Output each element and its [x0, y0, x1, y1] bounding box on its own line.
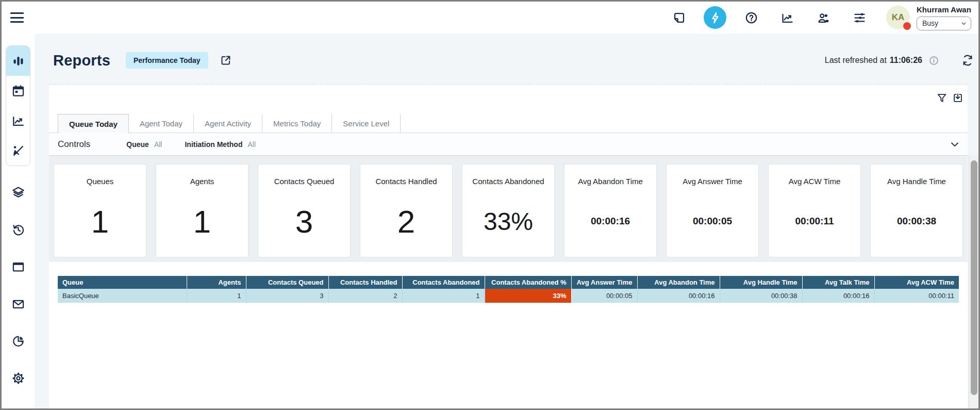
preferences-button[interactable] [848, 6, 871, 29]
main-area: Reports Performance Today Last refreshed… [2, 34, 978, 408]
kpi-label: Avg ACW Time [789, 177, 841, 186]
kpi-label: Contacts Handled [375, 177, 437, 186]
kpi-value: 1 [91, 186, 109, 257]
info-icon [928, 55, 939, 66]
scrollbar-thumb[interactable] [971, 160, 977, 395]
sidebar-item-layers[interactable] [11, 186, 25, 200]
col-header-queue: Queue [58, 276, 187, 289]
kpi-card-contacts-queued: Contacts Queued 3 [258, 164, 351, 257]
topbar-actions: KA Khurram Awan Busy [668, 5, 971, 30]
sidebar [2, 34, 35, 408]
kpi-value: 00:00:05 [693, 186, 732, 257]
avatar[interactable]: KA [886, 6, 910, 29]
vertical-scrollbar[interactable] [969, 155, 978, 408]
cell-avg-talk-time: 00:00:16 [802, 289, 874, 303]
filter-name: Queue [126, 140, 149, 149]
content-area: Reports Performance Today Last refreshed… [35, 34, 978, 408]
mail-icon [11, 297, 25, 311]
kpi-card-queues: Queues 1 [54, 164, 146, 257]
queue-metrics-table-wrap: Queue Agents Contacts Queued Contacts Ha… [49, 262, 968, 303]
user-name: Khurram Awan [917, 5, 971, 14]
cell-contacts-handled: 2 [328, 289, 402, 303]
refresh-area: Last refreshed at 11:06:26 [825, 54, 974, 67]
kpi-value: 1 [193, 186, 211, 257]
tab-service-level[interactable]: Service Level [332, 114, 401, 133]
table-row[interactable]: BasicQueue 1 3 2 1 33% 00:00:05 00:00:16… [58, 289, 959, 303]
kpi-card-agents: Agents 1 [156, 164, 248, 257]
col-header-avg-acw-time: Avg ACW Time [874, 276, 959, 289]
kpi-card-avg-handle-time: Avg Handle Time 00:00:38 [870, 164, 963, 257]
funnel-icon [936, 92, 948, 104]
sidebar-item-reports[interactable] [6, 46, 30, 76]
cell-avg-acw-time: 00:00:11 [874, 289, 959, 303]
col-header-contacts-abandoned: Contacts Abandoned [402, 276, 485, 289]
cell-avg-answer-time: 00:00:05 [571, 289, 637, 303]
bar-chart-icon [11, 54, 25, 68]
cell-contacts-abandoned-pct: 33% [485, 289, 571, 303]
col-header-contacts-abandoned-pct: Contacts Abandoned % [485, 276, 571, 289]
filter-value: All [154, 140, 162, 149]
tab-agent-activity[interactable]: Agent Activity [194, 114, 262, 133]
tab-metrics-today[interactable]: Metrics Today [262, 114, 332, 133]
status-dropdown[interactable]: Busy [917, 17, 971, 30]
cell-contacts-abandoned: 1 [402, 289, 485, 303]
sliders-icon [853, 11, 867, 25]
collapse-controls-button[interactable] [949, 139, 960, 150]
paintbrush-pen-icon [11, 144, 25, 158]
sidebar-secondary [11, 186, 25, 385]
tab-queue-today[interactable]: Queue Today [58, 114, 129, 133]
col-header-contacts-queued: Contacts Queued [246, 276, 328, 289]
initiation-method-filter[interactable]: Initiation Method All [185, 140, 256, 149]
calendar-icon [11, 84, 25, 98]
col-header-contacts-handled: Contacts Handled [328, 276, 402, 289]
filter-name: Initiation Method [185, 140, 242, 149]
notes-button[interactable] [668, 6, 690, 29]
help-button[interactable] [740, 6, 762, 29]
sidebar-item-history[interactable] [11, 223, 25, 237]
cell-contacts-queued: 3 [246, 289, 328, 303]
filter-button[interactable] [936, 92, 948, 104]
history-clock-icon [11, 223, 25, 237]
col-header-avg-handle-time: Avg Handle Time [720, 276, 802, 289]
sidebar-item-workspace[interactable] [11, 260, 25, 274]
sidebar-item-designer[interactable] [6, 136, 30, 166]
controls-row: Controls Queue All Initiation Method All [49, 133, 968, 156]
metrics-button[interactable] [776, 6, 799, 29]
kpi-value: 33% [484, 186, 533, 257]
sidebar-item-settings[interactable] [11, 371, 25, 385]
tab-agent-today[interactable]: Agent Today [129, 114, 194, 133]
kpi-value: 3 [295, 186, 313, 257]
gear-icon [11, 371, 25, 385]
queue-filter[interactable]: Queue All [126, 140, 162, 149]
browser-window-icon [11, 260, 25, 274]
refresh-button[interactable] [961, 54, 974, 67]
sidebar-item-mail[interactable] [11, 297, 25, 311]
col-header-agents: Agents [187, 276, 246, 289]
refresh-info-button[interactable] [928, 55, 939, 66]
refresh-icon [961, 54, 974, 67]
kpi-value: 00:00:11 [795, 186, 834, 257]
page-title: Reports [53, 52, 110, 69]
users-button[interactable] [812, 6, 835, 29]
sidebar-item-dashboards[interactable] [11, 334, 25, 348]
sidebar-nav-group [6, 45, 30, 166]
last-refreshed-label: Last refreshed at [825, 56, 887, 65]
kpi-label: Queues [87, 177, 114, 186]
sidebar-item-analytics[interactable] [6, 106, 30, 136]
download-button[interactable] [952, 92, 964, 104]
user-meta: Khurram Awan Busy [917, 5, 971, 30]
kpi-value: 2 [397, 186, 415, 257]
col-header-avg-abandon-time: Avg Abandon Time [637, 276, 720, 289]
kpi-card-contacts-handled: Contacts Handled 2 [360, 164, 453, 257]
kpi-card-avg-answer-time: Avg Answer Time 00:00:05 [666, 164, 759, 257]
table-header-row: Queue Agents Contacts Queued Contacts Ha… [58, 276, 959, 289]
col-header-avg-talk-time: Avg Talk Time [802, 276, 874, 289]
sidebar-item-schedule[interactable] [6, 76, 30, 106]
avatar-initials: KA [892, 12, 905, 23]
quick-connect-button[interactable] [704, 6, 726, 29]
hamburger-menu-icon[interactable] [10, 12, 24, 23]
last-refreshed-time: 11:06:26 [890, 56, 922, 65]
kpi-label: Contacts Abandoned [472, 177, 544, 186]
open-external-button[interactable] [220, 54, 232, 67]
user-area: KA Khurram Awan Busy [886, 5, 971, 30]
